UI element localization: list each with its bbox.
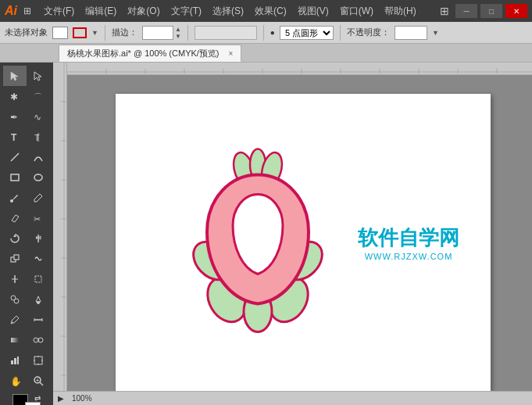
tool-row-3: ✒ ∿: [0, 106, 53, 127]
warp-tool-button[interactable]: [27, 249, 50, 269]
status-bar: ▶ 100%: [53, 391, 532, 405]
tool-row-11: [0, 269, 53, 289]
divider-2: [187, 25, 188, 41]
lasso-tool-button[interactable]: ⌒: [27, 86, 50, 106]
blend-button[interactable]: [27, 330, 50, 350]
pen-tool-button[interactable]: ✒: [3, 106, 27, 127]
eraser-tool-button[interactable]: [3, 208, 27, 228]
svg-rect-25: [11, 338, 19, 342]
scale-tool-button[interactable]: [3, 249, 27, 269]
tool-row-13: [0, 310, 53, 330]
fill-swatch[interactable]: [52, 27, 68, 39]
svg-text:+: +: [36, 378, 39, 383]
svg-rect-30: [14, 358, 16, 364]
zoom-level: 100%: [72, 394, 92, 403]
ellipse-tool-button[interactable]: [27, 167, 50, 188]
menu-bar: 文件(F) 编辑(E) 对象(O) 文字(T) 选择(S) 效果(C) 视图(V…: [39, 3, 434, 20]
svg-line-21: [11, 322, 12, 324]
type-tool-button[interactable]: T: [3, 127, 27, 147]
maximize-button[interactable]: □: [480, 4, 502, 18]
shape-builder-button[interactable]: [3, 289, 27, 310]
eyedropper-button[interactable]: [3, 310, 27, 330]
menu-window[interactable]: 窗口(W): [335, 3, 378, 20]
tool-row-9: [0, 228, 53, 249]
stroke-arrow[interactable]: ▼: [91, 29, 98, 37]
magic-wand-button[interactable]: ✱: [3, 86, 27, 106]
main-layout: ✱ ⌒ ✒ ∿ T T: [0, 63, 532, 405]
close-button[interactable]: ✕: [505, 4, 527, 18]
stroke-icon[interactable]: [73, 27, 87, 38]
free-transform-button[interactable]: [27, 269, 50, 289]
scissors-tool-button[interactable]: ✂: [27, 208, 50, 228]
tab-close-button[interactable]: ×: [229, 49, 234, 58]
svg-rect-8: [11, 174, 19, 181]
document-canvas: 软件自学网 WWW.RJZXW.COM: [116, 94, 491, 391]
app-logo: Ai: [5, 4, 17, 18]
rectangle-tool-button[interactable]: [3, 167, 27, 188]
title-bar: Ai ⊞ 文件(F) 编辑(E) 对象(O) 文字(T) 选择(S) 效果(C)…: [0, 0, 532, 22]
window-controls: ─ □ ✕: [455, 4, 527, 18]
tool-row-12: [0, 289, 53, 310]
artboard-button[interactable]: [27, 350, 50, 371]
menu-help[interactable]: 帮助(H): [380, 3, 421, 20]
menu-edit[interactable]: 编辑(E): [80, 3, 121, 20]
zoom-tool-button[interactable]: +: [27, 371, 50, 391]
direct-selection-tool-button[interactable]: [27, 66, 50, 86]
divider-4: [340, 25, 341, 41]
tool-row-7: [0, 188, 53, 208]
svg-text:✒: ✒: [10, 112, 18, 122]
pencil-tool-button[interactable]: [27, 188, 50, 208]
svg-rect-14: [14, 255, 19, 260]
divider-3: [263, 25, 264, 41]
line-tool-button[interactable]: [3, 147, 27, 167]
graph-button[interactable]: [3, 350, 27, 371]
svg-point-19: [14, 299, 19, 303]
opacity-arrow[interactable]: ▼: [432, 29, 439, 37]
menu-object[interactable]: 对象(O): [123, 3, 164, 20]
workspace-switcher-icon[interactable]: ⊞: [440, 5, 449, 17]
tool-row-1: [0, 66, 53, 86]
svg-line-39: [40, 382, 43, 385]
gradient-button[interactable]: [3, 330, 27, 350]
selection-label: 未选择对象: [5, 27, 48, 38]
reflect-tool-button[interactable]: [27, 228, 50, 249]
svg-point-9: [34, 174, 42, 181]
variable-width-input[interactable]: [195, 26, 257, 40]
document-tab[interactable]: 杨桃水果图标.ai* @ 100% (CMYK/预览) ×: [59, 45, 241, 62]
status-mode: ▶: [58, 394, 64, 403]
vertical-ruler: [53, 63, 67, 405]
stroke-up-arrow[interactable]: ▲▼: [175, 26, 181, 40]
selection-tool-button[interactable]: [3, 66, 27, 86]
options-bar: 未选择对象 ▼ 描边： ▲▼ ● 5 点圆形 不透明度： 100% ▼: [0, 22, 532, 44]
dragon-fruit-illustration: [180, 148, 336, 338]
vertical-type-button[interactable]: T: [27, 127, 50, 147]
width-tool-button[interactable]: [3, 269, 27, 289]
measure-button[interactable]: [27, 310, 50, 330]
menu-type[interactable]: 文字(T): [166, 3, 206, 20]
menu-effect[interactable]: 效果(C): [250, 3, 291, 20]
tool-row-15: [0, 350, 53, 371]
opacity-input[interactable]: 100%: [395, 26, 427, 40]
svg-rect-41: [53, 63, 67, 405]
hand-tool-button[interactable]: ✋: [3, 371, 27, 391]
background-color-swatch[interactable]: [25, 402, 41, 405]
rotate-tool-button[interactable]: [3, 228, 27, 249]
paintbrush-tool-button[interactable]: [3, 188, 27, 208]
arc-tool-button[interactable]: [27, 147, 50, 167]
svg-text:∿: ∿: [34, 112, 41, 122]
svg-text:T: T: [11, 132, 17, 142]
curvature-tool-button[interactable]: ∿: [27, 106, 50, 127]
svg-text:T: T: [34, 133, 40, 142]
menu-view[interactable]: 视图(V): [293, 3, 334, 20]
live-paint-button[interactable]: [27, 289, 50, 310]
brush-select[interactable]: 5 点圆形: [280, 26, 334, 40]
menu-file[interactable]: 文件(F): [39, 3, 79, 20]
stroke-value-input[interactable]: [142, 26, 173, 40]
menu-select[interactable]: 选择(S): [208, 3, 248, 20]
svg-point-10: [10, 199, 13, 202]
minimize-button[interactable]: ─: [455, 4, 477, 18]
canvas-area: 软件自学网 WWW.RJZXW.COM ▶ 100%: [53, 63, 532, 405]
tool-row-16: ✋ +: [0, 371, 53, 391]
tab-bar: 杨桃水果图标.ai* @ 100% (CMYK/预览) ×: [0, 44, 532, 63]
tool-row-6: [0, 167, 53, 188]
